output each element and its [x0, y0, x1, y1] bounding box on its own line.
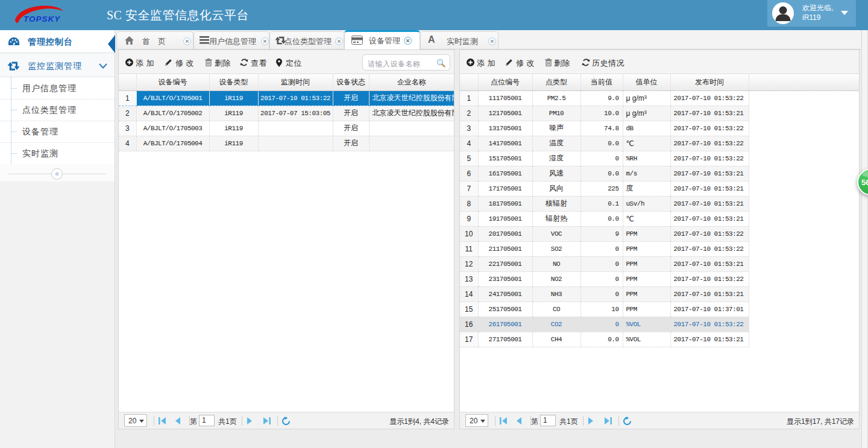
svg-text:TOPSKY: TOPSKY — [24, 14, 61, 24]
